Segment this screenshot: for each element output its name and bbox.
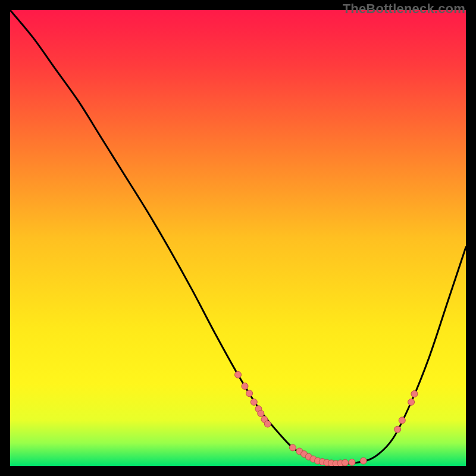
curve-markers	[235, 371, 418, 466]
marker-point	[342, 459, 349, 466]
marker-point	[258, 410, 264, 416]
marker-point	[242, 383, 248, 389]
chart-container: TheBottleneck.com	[0, 0, 476, 476]
watermark: TheBottleneck.com	[343, 1, 465, 17]
marker-point	[360, 458, 367, 464]
marker-point	[246, 390, 253, 397]
marker-point	[235, 371, 242, 378]
bottleneck-curve	[10, 10, 466, 466]
marker-point	[399, 417, 405, 424]
marker-point	[411, 390, 418, 397]
curve-line	[10, 10, 466, 464]
marker-point	[289, 444, 296, 451]
marker-point	[408, 399, 415, 405]
plot-area	[10, 10, 466, 466]
marker-point	[349, 459, 355, 465]
marker-point	[250, 399, 257, 405]
marker-point	[264, 421, 271, 427]
marker-point	[394, 426, 401, 433]
